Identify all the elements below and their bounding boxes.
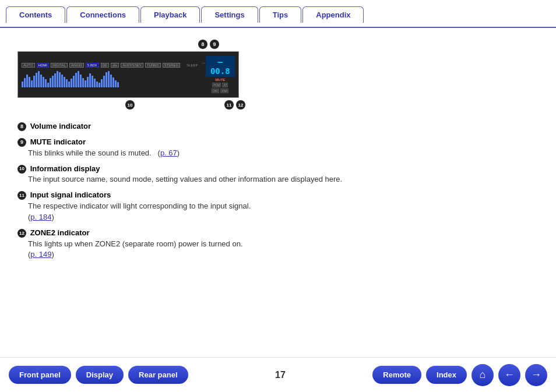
tab-tips[interactable]: Tips: [259, 6, 302, 23]
label-hdmi: HDMI: [37, 63, 49, 68]
indicator-row-2: DIG ANA: [212, 89, 228, 93]
callout-12: 12: [236, 100, 245, 110]
mute-label: MUTE: [215, 78, 225, 82]
desc-title-10: Information display: [30, 164, 100, 173]
tab-playback[interactable]: Playback: [140, 6, 200, 23]
callout-8: 8: [198, 40, 207, 49]
indicator-ana: ANA: [220, 89, 228, 93]
desc-item-9: 9 MUTE indicator This blinks while the s…: [17, 137, 539, 159]
bar-27: [82, 78, 84, 87]
desc-text-11: The respective indicator will light corr…: [28, 202, 251, 210]
label-audyssey: AUDYSSEY: [121, 63, 143, 68]
bar-7: [36, 73, 37, 87]
top-navigation: Contents Connections Playback Settings T…: [0, 0, 556, 28]
bar-21: [68, 82, 70, 87]
bar-4: [29, 77, 30, 87]
bar-26: [80, 75, 82, 87]
panel-label-row: AUTO HDMI DIGITAL ANA30 5.8DX DD dts AUD…: [22, 62, 206, 68]
link-9[interactable]: p. 67: [160, 149, 177, 157]
bar-29: [87, 77, 89, 87]
link-11[interactable]: p. 184: [30, 213, 51, 221]
remote-button[interactable]: Remote: [372, 366, 421, 384]
bar-11: [45, 79, 47, 87]
desc-body-9: This blinks while the sound is muted. (p…: [28, 148, 539, 159]
callout-10: 10: [125, 100, 135, 110]
bar-31: [92, 76, 93, 87]
desc-text-12: This lights up when ZONE2 (separate room…: [28, 239, 243, 248]
label-auto: AUTO: [22, 63, 35, 68]
bar-40: [112, 77, 114, 87]
bottom-navigation: Front panel Display Rear panel 17 Remote…: [0, 357, 556, 392]
home-button[interactable]: ⌂: [471, 364, 494, 386]
descriptions-section: 8 Volume indicator 9 MUTE indicator This…: [17, 121, 539, 260]
sleep-icon: ⌒: [202, 62, 206, 68]
bottom-right-area: Remote Index ⌂ ← →: [372, 364, 547, 386]
desc-body-11: The respective indicator will light corr…: [28, 201, 539, 223]
bar-36: [103, 76, 105, 87]
bar-2: [24, 78, 26, 87]
callout-9: 9: [210, 40, 219, 49]
label-stereo: STEREO: [163, 63, 181, 68]
panel-left-section: AUTO HDMI DIGITAL ANA30 5.8DX DD dts AUD…: [22, 62, 206, 87]
bar-20: [66, 79, 68, 87]
display-button[interactable]: Display: [76, 366, 124, 384]
main-content: 8 9 AUTO HDMI DIGITAL ANA30 5.8DX DD dts…: [0, 28, 556, 366]
label-sleep: SLEEP: [186, 63, 198, 67]
bar-3: [26, 75, 28, 87]
panel-right-section: –00.8 MUTE PCM ZZ DIG ANA: [206, 56, 235, 93]
desc-num-9: 9: [17, 138, 26, 147]
bar-5: [31, 80, 33, 87]
bar-37: [105, 72, 107, 87]
tab-connections[interactable]: Connections: [66, 6, 139, 23]
page-number: 17: [275, 370, 286, 380]
desc-title-8: Volume indicator: [30, 122, 92, 130]
label-tuned: TUNED: [145, 63, 161, 68]
rear-panel-button[interactable]: Rear panel: [128, 366, 188, 384]
back-button[interactable]: ←: [498, 364, 520, 386]
tab-appendix[interactable]: Appendix: [302, 6, 364, 23]
bar-39: [110, 75, 112, 87]
desc-title-9: MUTE indicator: [30, 137, 86, 146]
bar-14: [52, 76, 54, 87]
bar-25: [78, 71, 79, 87]
bar-35: [101, 79, 103, 87]
label-analog: ANA30: [69, 63, 84, 68]
desc-num-11: 11: [17, 191, 26, 200]
desc-title-12: ZONE2 indicator: [30, 228, 90, 237]
desc-num-8: 8: [17, 122, 26, 131]
bottom-center-area: 17: [275, 370, 286, 380]
bar-18: [61, 75, 63, 87]
bar-32: [94, 79, 96, 87]
index-button[interactable]: Index: [426, 366, 467, 384]
callout-11: 11: [224, 100, 234, 110]
bar-22: [71, 79, 72, 87]
bar-9: [40, 75, 42, 87]
bar-28: [85, 80, 86, 87]
bar-23: [73, 76, 75, 87]
link-12[interactable]: p. 149: [30, 250, 51, 259]
indicator-pcm: PCM: [212, 83, 221, 87]
bar-16: [57, 71, 58, 87]
bar-6: [33, 76, 35, 87]
desc-body-12: This lights up when ZONE2 (separate room…: [28, 239, 539, 261]
tab-settings[interactable]: Settings: [201, 6, 258, 23]
tab-contents[interactable]: Contents: [6, 6, 65, 23]
bar-24: [75, 73, 77, 87]
indicator-dig: DIG: [212, 89, 219, 93]
forward-button[interactable]: →: [525, 364, 547, 386]
bar-13: [50, 78, 51, 87]
desc-item-12: 12 ZONE2 indicator This lights up when Z…: [17, 228, 539, 261]
device-panel: AUTO HDMI DIGITAL ANA30 5.8DX DD dts AUD…: [17, 51, 239, 98]
desc-num-12: 12: [17, 229, 26, 238]
bar-12: [47, 83, 49, 87]
bar-30: [89, 73, 91, 87]
label-dts: dts: [111, 63, 119, 68]
device-display-diagram: 8 9 AUTO HDMI DIGITAL ANA30 5.8DX DD dts…: [17, 40, 251, 110]
desc-num-10: 10: [17, 165, 26, 174]
bar-15: [54, 73, 56, 87]
desc-item-10: 10 Information display The input source …: [17, 164, 539, 186]
front-panel-button[interactable]: Front panel: [9, 366, 71, 384]
bar-34: [98, 83, 100, 87]
desc-text-9: This blinks while the sound is muted.: [28, 149, 152, 157]
label-digital: DIGITAL: [51, 63, 68, 68]
